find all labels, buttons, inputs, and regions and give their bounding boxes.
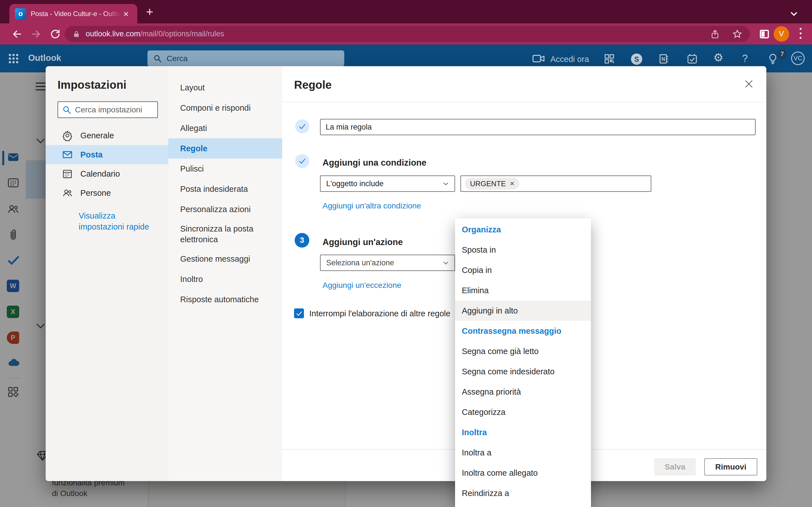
tab-close-icon[interactable]: × xyxy=(123,9,129,18)
url-domain: outlook.live.com xyxy=(86,30,140,38)
skype-icon[interactable]: S xyxy=(631,54,642,65)
condition-select[interactable]: L'oggetto include xyxy=(320,175,455,192)
menu-item-copia-in[interactable]: Copia in xyxy=(455,260,591,280)
qr-code-icon[interactable] xyxy=(603,53,615,65)
quick-settings-link[interactable]: Visualizza impostazioni rapide xyxy=(79,210,152,232)
step1-check-icon xyxy=(295,119,309,133)
subnav-item-regole[interactable]: Regole xyxy=(168,138,282,159)
subnav-item-inoltro[interactable]: Inoltro xyxy=(168,269,282,289)
rule-name-input[interactable] xyxy=(320,119,756,135)
help-icon[interactable]: ? xyxy=(742,53,748,64)
panel-divider xyxy=(282,102,766,103)
condition-select-value: L'oggetto include xyxy=(326,179,384,188)
menu-group-inoltra: Inoltra xyxy=(455,422,591,443)
action-heading: Aggiungi un'azione xyxy=(322,237,403,247)
account-avatar[interactable]: VC xyxy=(791,52,805,65)
share-icon[interactable] xyxy=(710,29,720,39)
add-condition-link[interactable]: Aggiungi un'altra condizione xyxy=(322,202,421,210)
settings-modal: Impostazioni Generale Posta Calendario P… xyxy=(46,66,766,481)
step3-number: 3 xyxy=(295,233,309,247)
subnav-item-posta-indesiderata[interactable]: Posta indesiderata xyxy=(168,179,282,199)
settings-title: Impostazioni xyxy=(57,78,126,91)
menu-item-inoltra-a[interactable]: Inoltra a xyxy=(455,443,591,463)
chip-remove-icon[interactable]: × xyxy=(510,179,514,188)
menu-item-sposta-in[interactable]: Sposta in xyxy=(455,240,591,260)
outlook-logo[interactable]: Outlook xyxy=(28,53,61,63)
subnav-item-sincronizza[interactable]: Sincronizza la posta elettronica xyxy=(168,219,282,249)
browser-toolbar: outlook.live.com/mail/0/options/mail/rul… xyxy=(0,23,812,45)
subnav-item-risposte-automatiche[interactable]: Risposte automatiche xyxy=(168,289,282,309)
menu-item-aggiungi-in-alto[interactable]: Aggiungi in alto xyxy=(455,300,591,321)
subnav-item-allegati[interactable]: Allegati xyxy=(168,118,282,138)
sidebar-item-label: Posta xyxy=(80,150,103,159)
todo-icon[interactable] xyxy=(686,53,698,65)
settings-gear-icon[interactable]: ⚙ xyxy=(713,52,723,63)
chip-label: URGENTE xyxy=(470,179,506,188)
header-search-input[interactable] xyxy=(167,54,324,63)
menu-group-organizza: Organizza xyxy=(455,219,591,240)
search-icon xyxy=(62,105,71,115)
reload-button[interactable] xyxy=(50,29,61,40)
subnav-item-componi[interactable]: Componi e rispondi xyxy=(168,98,282,118)
sidebar-item-label: Calendario xyxy=(80,169,120,179)
subnav-item-layout[interactable]: Layout xyxy=(168,77,282,98)
people-icon xyxy=(61,187,73,199)
menu-item-assegna-priorita[interactable]: Assegna priorità xyxy=(455,382,591,402)
action-select-placeholder: Seleziona un'azione xyxy=(326,259,394,267)
sidebar-item-persone[interactable]: Persone xyxy=(46,183,168,203)
side-panel-icon[interactable] xyxy=(758,28,770,40)
browser-menu-icon[interactable] xyxy=(800,28,802,39)
meet-camera-icon[interactable] xyxy=(532,53,545,64)
stop-processing-label: Interrompi l'elaborazione di altre regol… xyxy=(309,309,450,318)
remove-button[interactable]: Rimuovi xyxy=(704,458,757,475)
menu-item-inoltra-come-allegato[interactable]: Inoltra come allegato xyxy=(455,463,591,483)
subnav-item-gestione-messaggi[interactable]: Gestione messaggi xyxy=(168,249,282,269)
app-launcher-icon[interactable] xyxy=(7,52,20,65)
sidebar-item-generale[interactable]: Generale xyxy=(46,126,168,145)
calendar-icon xyxy=(61,168,73,179)
subnav-item-personalizza-azioni[interactable]: Personalizza azioni xyxy=(168,199,282,219)
svg-text:N: N xyxy=(661,56,665,62)
menu-item-categorizza[interactable]: Categorizza xyxy=(455,402,591,422)
condition-heading: Aggiungi una condizione xyxy=(322,158,426,168)
sidebar-item-calendario[interactable]: Calendario xyxy=(46,164,168,183)
menu-item-elimina[interactable]: Elimina xyxy=(455,280,591,300)
menu-item-segna-indesiderato[interactable]: Segna come indesiderato xyxy=(455,361,591,382)
join-now-link[interactable]: Accedi ora xyxy=(550,55,589,64)
notification-badge: 7 xyxy=(777,49,787,59)
chevron-down-icon xyxy=(442,259,449,267)
url-bar[interactable]: outlook.live.com/mail/0/options/mail/rul… xyxy=(65,26,750,42)
menu-item-reindirizza-a[interactable]: Reindirizza a xyxy=(455,483,591,503)
close-icon[interactable] xyxy=(742,77,756,91)
tab-search-chevron-icon[interactable] xyxy=(789,8,799,18)
settings-search-box[interactable] xyxy=(57,101,158,118)
onenote-icon[interactable]: N xyxy=(658,53,670,65)
add-exception-link[interactable]: Aggiungi un'eccezione xyxy=(322,281,401,290)
browser-profile-avatar[interactable]: V xyxy=(774,26,789,42)
subnav-item-pulisci[interactable]: Pulisci xyxy=(168,159,282,179)
menu-group-contrassegna: Contrassegna messaggio xyxy=(455,321,591,341)
sidebar-item-label: Generale xyxy=(80,131,114,140)
action-select[interactable]: Seleziona un'azione xyxy=(320,255,455,271)
step2-check-icon xyxy=(295,154,309,168)
new-tab-button[interactable]: + xyxy=(146,6,153,18)
page-title: Regole xyxy=(294,78,332,91)
lock-icon xyxy=(72,30,81,38)
forward-button xyxy=(31,29,42,40)
browser-tab[interactable]: o Posta - Video Cultur-e - Outloo × xyxy=(9,4,137,23)
mail-icon xyxy=(61,149,73,160)
settings-search-input[interactable] xyxy=(75,105,151,114)
sidebar-item-posta[interactable]: Posta xyxy=(46,145,168,164)
mail-settings-subnav: Layout Componi e rispondi Allegati Regol… xyxy=(168,66,282,481)
outlook-favicon-icon: o xyxy=(15,8,26,19)
action-dropdown-menu: Organizza Sposta in Copia in Elimina Agg… xyxy=(455,218,591,507)
tab-title: Posta - Video Cultur-e - Outloo xyxy=(31,10,121,18)
gear-icon xyxy=(61,130,73,141)
back-button[interactable] xyxy=(11,29,22,40)
settings-nav-column: Impostazioni Generale Posta Calendario P… xyxy=(46,66,168,481)
condition-value-field[interactable]: URGENTE × xyxy=(460,175,651,192)
header-search-bar[interactable] xyxy=(147,50,344,66)
stop-processing-checkbox[interactable] xyxy=(294,308,304,318)
bookmark-star-icon[interactable] xyxy=(732,29,743,40)
menu-item-segna-gia-letto[interactable]: Segna come già letto xyxy=(455,341,591,361)
